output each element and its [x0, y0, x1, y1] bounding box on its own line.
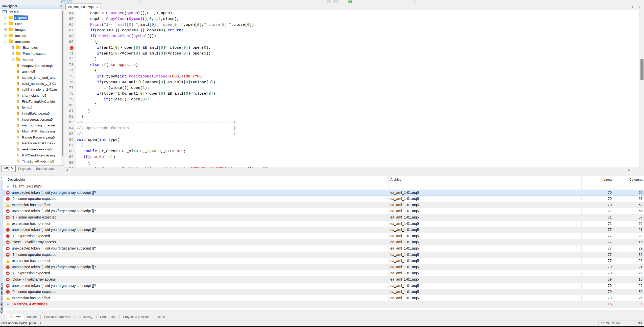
- tree-item-adaptiverenko-mq5[interactable]: 5AdaptiveRenko.mq5: [0, 63, 64, 69]
- close-icon[interactable]: ×: [96, 5, 98, 9]
- code-line[interactable]: 88 double pr_open=0.0,_sl=0.0,_tp=0.0,_n…: [64, 149, 639, 154]
- tree-item-market[interactable]: +Market: [0, 57, 64, 63]
- tab-scroll-left-icon[interactable]: ◀: [631, 6, 633, 8]
- tree-item-inversereaction-mq5[interactable]: 5inversereaction.mq5: [0, 116, 64, 122]
- navigator-tree[interactable]: ‹›MQL5+Experts+Files+Images+Include−Indi…: [0, 9, 64, 165]
- navigator-scrollbar[interactable]: [61, 9, 64, 165]
- error-row[interactable]: '0' - some operator expectedea_aml_1-01.…: [3, 289, 644, 295]
- error-list-horizontal-scrollbar[interactable]: [7, 310, 644, 314]
- expand-plus-icon[interactable]: +: [12, 59, 14, 61]
- editor-tab[interactable]: ea_aml_1-01.mq5 ×: [65, 4, 101, 10]
- code-line[interactable]: 66 Print("1-- aml1[0]=",aml1[0]," open[0…: [64, 22, 639, 28]
- tree-item-renko-vertical-lines-r[interactable]: 5Renko Vertical Lines.r: [0, 140, 64, 146]
- tree-item-indicators[interactable]: −Indicators: [0, 39, 64, 45]
- tree-item-timezonepivots-mq5[interactable]: 5TimeZonePivots.mq5: [0, 158, 64, 164]
- code-line[interactable]: 84//| Open trade function |: [64, 126, 639, 131]
- code-line[interactable]: 80 }: [64, 103, 639, 108]
- code-line[interactable]: 71 if(aml1[0]<=open[0] && aml1[0]>=close…: [64, 51, 639, 57]
- scroll-left-icon[interactable]: ◀: [66, 169, 68, 171]
- tree-item-ccit3-simple-v-2-01-m[interactable]: 5ccit3_simple_v_2-01.m: [0, 87, 64, 93]
- navigator-tab-mql5[interactable]: MQL5: [2, 166, 16, 172]
- error-row[interactable]: ')' - expression expectedea_aml_1-01.mq5…: [3, 233, 644, 239]
- tree-item-free-indicators[interactable]: +Free Indicators: [0, 51, 64, 57]
- scrollbar-thumb[interactable]: [640, 59, 643, 80]
- tree-item-files[interactable]: +Files: [0, 21, 64, 27]
- code-line[interactable]: 72 }: [64, 57, 639, 62]
- expand-plus-icon[interactable]: +: [5, 29, 7, 31]
- error-row[interactable]: unexpected token '(', did you forget arr…: [3, 227, 644, 233]
- warning-row[interactable]: expression has no effectea_aml_1-01.mq57…: [3, 295, 644, 302]
- warning-row[interactable]: expression has no effectea_aml_1-01.mq57…: [3, 202, 644, 208]
- tree-item-renkolinebreak-mq5[interactable]: 5renkolinebreak.mq5: [0, 146, 64, 152]
- toolbox-tab-code-base[interactable]: Code Base: [97, 314, 119, 320]
- error-row[interactable]: unexpected token '(', did you forget arr…: [3, 283, 644, 289]
- tree-item-range-recovery-mq5[interactable]: 5Range Recovery.mq5: [0, 134, 64, 140]
- code-line[interactable]: 64 cop2 = CopyOpen(Symbol(),0,1,1,open),: [64, 11, 639, 16]
- tree-item-fp-mq5[interactable]: 5fp.mq5: [0, 104, 64, 111]
- error-row[interactable]: ')' - expression expectedea_aml_1-01.mq5…: [3, 270, 644, 277]
- toolbox-tab-diario[interactable]: Diario: [154, 314, 168, 320]
- code-line[interactable]: 85//+-----------------------------------…: [64, 131, 639, 137]
- toolbox-tab-art-culos[interactable]: Artículos3: [75, 314, 96, 320]
- toolbox-tab-proyectos-p-blicos[interactable]: Proyectos públicos: [120, 314, 153, 320]
- error-row[interactable]: 'close' - invalid array accessea_aml_1-0…: [3, 239, 644, 246]
- code-line[interactable]: 67 if(cop1<=0 || cop2<=0 || cop3<=0) ret…: [64, 28, 639, 34]
- tree-item-examples[interactable]: +Examples: [0, 45, 64, 51]
- error-row[interactable]: unexpected token '(', did you forget arr…: [3, 190, 644, 196]
- code-line[interactable]: 82 }: [64, 114, 639, 120]
- expand-plus-icon[interactable]: +: [12, 52, 14, 55]
- toolbox-tab-buscar-en-archivos[interactable]: Buscar en archivos: [41, 314, 74, 320]
- code-line[interactable]: 75 int type=(int)PositionGetInteger(POSI…: [64, 74, 639, 80]
- navigator-tab-proyecto[interactable]: Proyecto: [16, 166, 33, 172]
- code-line[interactable]: 73 else if(use_opposite): [64, 62, 639, 68]
- code-editor[interactable]: 64 cop2 = CopyOpen(Symbol(),0,1,1,open),…: [64, 10, 639, 168]
- expand-plus-icon[interactable]: +: [5, 35, 7, 37]
- code-line[interactable]: 69 {: [64, 39, 639, 45]
- tree-item-experts[interactable]: +Experts: [0, 15, 64, 21]
- tree-item-mql5[interactable]: ‹›MQL5: [0, 9, 64, 15]
- code-line[interactable]: 74 {: [64, 68, 639, 74]
- tree-item-ccit3-norecalc-v-3-01[interactable]: 5ccit3_norecalc_v_3-01: [0, 80, 64, 87]
- warning-row[interactable]: expression has no effectea_aml_1-01.mq57…: [3, 221, 644, 227]
- toolbox-side-strip[interactable]: Caja de Herramientas: [0, 180, 3, 314]
- error-row[interactable]: '0' - some operator expectedea_aml_1-01.…: [3, 196, 644, 202]
- collapse-minus-icon[interactable]: −: [5, 41, 7, 43]
- editor-horizontal-scrollbar[interactable]: ◀ ▶: [64, 168, 639, 172]
- summary-row[interactable]: 14 errors, 4 warnings155: [3, 301, 644, 308]
- code-line[interactable]: 79 if(close()) open(0);: [64, 97, 639, 103]
- toolbox-tab-buscar[interactable]: Buscar: [24, 314, 40, 320]
- navigator-tab-base-de-dato[interactable]: Base de dato: [33, 166, 57, 172]
- error-row[interactable]: unexpected token '(', did you forget arr…: [3, 208, 644, 214]
- tree-item-channelant-mq5[interactable]: 5channelant.mq5: [0, 93, 64, 99]
- close-icon[interactable]: ×: [60, 4, 62, 8]
- code-line[interactable]: 89 if(use_Multpl): [64, 154, 639, 160]
- code-line[interactable]: 87 {: [64, 143, 639, 149]
- error-row[interactable]: '1' - some operator expectedea_aml_1-01.…: [3, 214, 644, 221]
- code-line[interactable]: 77 if(close()) open(1);: [64, 85, 639, 91]
- code-line[interactable]: 78 if(type==1 && aml1[0]>=open[0] && aml…: [64, 91, 639, 97]
- expand-plus-icon[interactable]: +: [5, 17, 7, 19]
- expand-plus-icon[interactable]: +: [5, 23, 7, 25]
- tree-item-include[interactable]: +Include: [0, 33, 64, 39]
- tree-item-multi-atr-bands-mq[interactable]: 5Multi_ATR_Bands.mq: [0, 128, 64, 134]
- code-line[interactable]: 81 }: [64, 108, 639, 114]
- code-line[interactable]: 90 {: [64, 160, 639, 166]
- warning-row[interactable]: expression has no effectea_aml_1-01.mq57…: [3, 258, 644, 264]
- code-line[interactable]: 86void open(int type): [64, 137, 639, 143]
- error-row[interactable]: unexpected token '(', did you forget arr…: [3, 264, 644, 270]
- code-line[interactable]: if(aml1[0]>=open[0] && aml1[0]<=close[0]…: [64, 45, 639, 51]
- toolbox-tab-errores[interactable]: Errores: [7, 314, 24, 320]
- error-row[interactable]: unexpected token '(', did you forget arr…: [3, 246, 644, 252]
- scroll-right-icon[interactable]: ▶: [628, 169, 630, 171]
- code-line[interactable]: 76 if(type==0 && aml1[0]<=open[0] && aml…: [64, 80, 639, 86]
- close-icon[interactable]: ×: [1, 176, 3, 179]
- tree-item-candle-time-end-and[interactable]: 5candle_time_end_and: [0, 75, 64, 81]
- code-line[interactable]: 65 cop3 = CopyClose(Symbol(),0,1,1,close…: [64, 16, 639, 22]
- tree-item-finetuningmacandle[interactable]: 5FineTuningMACandle: [0, 98, 64, 104]
- code-line[interactable]: 83//+-----------------------------------…: [64, 120, 639, 126]
- error-row[interactable]: '1' - some operator expectedea_aml_1-01.…: [3, 252, 644, 258]
- expand-plus-icon[interactable]: +: [12, 46, 14, 49]
- tab-scroll-right-icon[interactable]: ▶: [639, 6, 640, 8]
- tree-item-images[interactable]: +Images: [0, 27, 64, 33]
- scrollbar-thumb[interactable]: [62, 11, 63, 156]
